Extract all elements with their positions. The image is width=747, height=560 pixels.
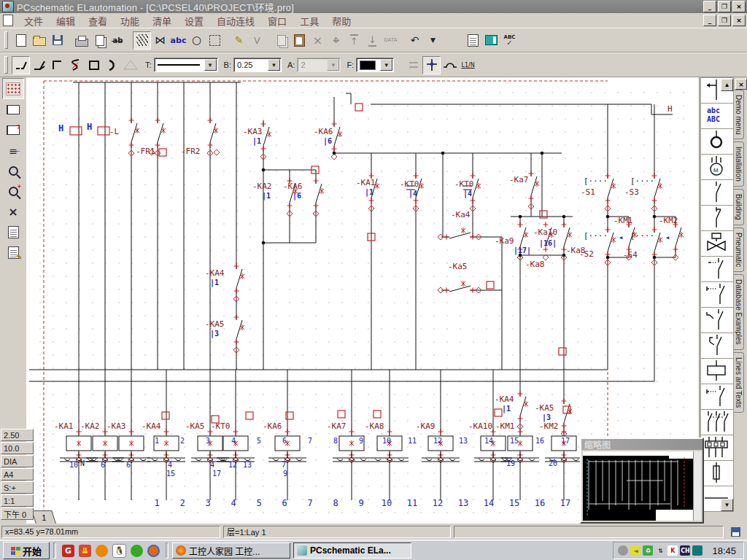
palette-symbol-contact-no[interactable] <box>700 180 734 206</box>
child-minimize-button[interactable]: _ <box>703 15 716 26</box>
arc-hop-button[interactable] <box>441 56 459 74</box>
circles-button[interactable]: ○ <box>187 31 206 50</box>
tray-mouse-icon[interactable] <box>618 545 628 556</box>
undo-button[interactable]: ↶ <box>406 31 424 50</box>
palette-symbol-motor[interactable]: M <box>700 155 734 180</box>
zoom-in-button[interactable]: + <box>3 182 23 201</box>
palette-symbol-lamp[interactable] <box>700 129 734 155</box>
net-label-button[interactable]: L1/N <box>459 56 477 74</box>
palette-symbol-text[interactable]: abcABC <box>700 104 734 129</box>
restore-button[interactable]: ❐ <box>718 1 731 12</box>
close-button[interactable]: × <box>732 1 746 12</box>
object-finder-button[interactable]: a̶b̶ <box>109 31 127 50</box>
print-pages-button[interactable] <box>90 31 109 50</box>
minimize-button[interactable]: _ <box>703 1 716 12</box>
tray-antivirus-icon[interactable]: K <box>667 545 678 556</box>
spell-check-button[interactable]: ABC✓ <box>500 31 519 50</box>
quick-launch-firefox-icon[interactable] <box>147 545 160 557</box>
tray-input-method-icon[interactable]: CH <box>680 545 690 556</box>
arc-tool-button[interactable] <box>103 56 121 74</box>
toolbar-grip[interactable] <box>4 31 8 49</box>
page-browse-button[interactable] <box>3 100 23 120</box>
save-button[interactable] <box>48 31 66 50</box>
thumbnail-preview[interactable] <box>583 451 694 521</box>
toolbar-grip2[interactable] <box>4 56 8 74</box>
zoom-all-button[interactable]: × <box>3 202 23 222</box>
line-width-dropdown[interactable]: ▼ <box>268 59 280 71</box>
curve-tool-button[interactable] <box>66 56 85 74</box>
quick-launch-flashget-icon[interactable]: ⇊ <box>79 545 91 557</box>
child-restore-button[interactable]: ❐ <box>718 15 731 26</box>
palette-symbol-contact-bracket[interactable] <box>700 282 734 308</box>
palette-symbol-contact-lever[interactable] <box>700 308 734 333</box>
database-button[interactable] <box>482 31 500 50</box>
zoom-page-button[interactable] <box>3 161 23 181</box>
tab-pneumatic[interactable]: Pneumatic <box>734 228 744 272</box>
tray-network-icon[interactable]: ⇅ <box>655 545 665 556</box>
line-type-dropdown[interactable]: ▼ <box>204 59 217 71</box>
color-combo[interactable]: ▼ <box>356 58 394 72</box>
line-width-combo[interactable]: 0.25▼ <box>233 58 282 72</box>
tray-scheduler-icon[interactable]: ♻ <box>643 545 653 556</box>
paste-button[interactable] <box>290 31 309 50</box>
quick-launch-media-icon[interactable] <box>96 545 108 557</box>
quick-launch-qq-icon[interactable]: 🐧 <box>112 544 126 558</box>
angle-dropdown[interactable]: ▼ <box>327 59 339 71</box>
v-tool-button[interactable]: V <box>248 31 266 50</box>
palette-symbol-contact-dot[interactable] <box>700 257 734 282</box>
menu-functions[interactable]: 功能 <box>114 12 146 29</box>
menu-tools[interactable]: 工具 <box>293 12 325 29</box>
color-dropdown[interactable]: ▼ <box>380 59 392 71</box>
angle-line-tool-button[interactable] <box>30 56 48 74</box>
paper-size-cell[interactable]: A4 <box>1 468 34 481</box>
page-data-button[interactable] <box>3 222 23 242</box>
scale-cell[interactable]: 1:1 <box>1 494 34 507</box>
palette-symbol-contact-nc[interactable] <box>700 206 734 231</box>
pencil-button[interactable]: ✎ <box>230 31 248 50</box>
angle-combo[interactable]: 2▼ <box>297 58 341 72</box>
conducting-lines-button[interactable] <box>133 31 151 50</box>
corner-tool-button[interactable] <box>48 56 66 74</box>
menu-autorouting[interactable]: 自动连线 <box>210 12 261 29</box>
page-tab-1[interactable]: 1 <box>31 510 56 524</box>
palette-symbol-coil[interactable] <box>700 359 734 384</box>
child-close-button[interactable]: × <box>732 15 746 26</box>
tab-lines-and-texts[interactable]: Lines and Texts <box>734 352 744 413</box>
scale-mode-cell[interactable]: S:+ <box>1 481 34 494</box>
time-cell[interactable]: 下午 0 <box>1 508 34 520</box>
new-button[interactable] <box>12 31 30 50</box>
junction-button[interactable] <box>422 56 441 74</box>
print-button[interactable] <box>72 31 90 50</box>
tray-volume-icon[interactable]: ◄ <box>630 545 640 556</box>
copy-button[interactable] <box>272 31 290 50</box>
tab-database-examples[interactable]: Database Examples <box>734 274 744 350</box>
polyline-tool-button[interactable] <box>12 56 30 74</box>
parallel-lines-button[interactable] <box>404 56 422 74</box>
palette-symbol-valve[interactable] <box>700 231 734 257</box>
snap-cell[interactable]: 2.50 <box>1 429 34 441</box>
delete-button[interactable]: × <box>309 31 327 50</box>
menu-help[interactable]: 帮助 <box>325 12 357 29</box>
tab-demo-menu[interactable]: Demo menu <box>734 90 744 139</box>
quick-launch-browser-g-icon[interactable]: G <box>62 545 74 557</box>
undo-dropdown-button[interactable]: ▼ <box>424 31 442 50</box>
tray-camera-icon[interactable] <box>692 545 703 556</box>
menu-edit[interactable]: 编辑 <box>50 12 82 29</box>
texts-button[interactable]: abc <box>169 31 187 50</box>
palette-symbol-overload[interactable] <box>700 435 734 461</box>
start-button[interactable]: 开始 <box>3 542 50 559</box>
object-list-button[interactable]: ≡← <box>3 141 23 160</box>
menu-lists[interactable]: 清单 <box>146 12 178 29</box>
transfer-up-button[interactable]: ↑ <box>345 31 363 50</box>
page-edit-button[interactable]: ✎ <box>3 243 23 262</box>
grid-cell[interactable]: 10.0 <box>1 442 34 454</box>
palette-symbol-three-pole[interactable] <box>700 410 734 435</box>
page-type-cell[interactable]: DIA <box>1 455 34 467</box>
line-type-combo[interactable]: ▼ <box>154 58 218 72</box>
palette-symbol-contact-bracket2[interactable] <box>700 384 734 410</box>
palette-close-button[interactable]: × <box>735 79 747 90</box>
transfer-down-button[interactable]: ↓ <box>363 31 382 50</box>
triangle-tool-button[interactable] <box>121 56 139 74</box>
symbols-button[interactable]: ⋈ <box>151 31 169 50</box>
palette-scroll-down[interactable]: ▼ <box>721 499 733 511</box>
